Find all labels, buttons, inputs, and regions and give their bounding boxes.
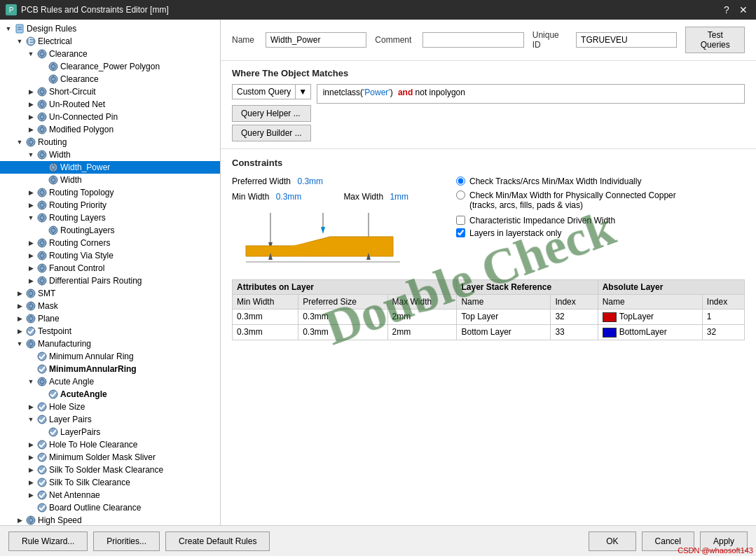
tree-item[interactable]: ▶High Speed (0, 514, 220, 525)
tree-expand-btn[interactable] (36, 225, 48, 236)
tree-item[interactable]: ▶Hole To Hole Clearance (0, 438, 220, 451)
tree-item[interactable]: ▶Minimum Solder Mask Sliver (0, 451, 220, 464)
name-input[interactable] (266, 32, 366, 48)
tree-item[interactable]: ▼Acute Angle (0, 375, 220, 388)
tree-expand-btn[interactable]: ▶ (25, 124, 36, 135)
tree-expand-btn[interactable]: ▶ (14, 300, 25, 312)
tree-item[interactable]: ▶Silk To Silk Clearance (0, 476, 220, 489)
tree-item[interactable]: ▼Layer Pairs (0, 413, 220, 426)
query-display[interactable]: innetclass('Power') and not inpolygon (317, 84, 745, 104)
tree-expand-btn[interactable]: ▶ (14, 288, 25, 299)
tree-item[interactable]: MinimumAnnularRing (0, 363, 220, 375)
table-row[interactable]: 0.3mm0.3mm2mmTop Layer32TopLayer1 (233, 310, 745, 325)
tree-item[interactable]: ▼Design Rules (0, 22, 220, 35)
tree-item[interactable]: ▶Routing Topology (0, 186, 220, 199)
tree-item[interactable]: ▶Mask (0, 300, 220, 312)
tree-item[interactable]: ▶Short-Circuit (0, 85, 220, 98)
tree-item[interactable]: Minimum Annular Ring (0, 350, 220, 363)
tree-expand-btn[interactable]: ▼ (14, 36, 25, 47)
tree-expand-btn[interactable] (36, 162, 48, 173)
radio-connected[interactable] (456, 190, 465, 200)
tree-item[interactable]: ▶Modified Polygon (0, 123, 220, 136)
tree-expand-btn[interactable] (36, 426, 48, 438)
tree-expand-btn[interactable]: ▶ (25, 439, 36, 450)
tree-item[interactable]: LayerPairs (0, 426, 220, 438)
table-row[interactable]: 0.3mm0.3mm2mmBottom Layer33BottomLayer32 (233, 324, 745, 340)
tree-expand-btn[interactable]: ▶ (25, 111, 36, 123)
tree-item[interactable]: RoutingLayers (0, 224, 220, 237)
query-type-select[interactable]: Custom Query ▼ (232, 84, 311, 99)
tree-expand-btn[interactable]: ▶ (25, 99, 36, 110)
tree-item[interactable]: ▶Un-Connected Pin (0, 111, 220, 123)
tree-item[interactable]: AcuteAngle (0, 388, 220, 401)
tree-item[interactable]: ▶Routing Corners (0, 237, 220, 249)
priorities-button[interactable]: Priorities... (93, 531, 160, 551)
tree-expand-btn[interactable]: ▶ (14, 515, 25, 525)
tree-expand-btn[interactable] (36, 74, 48, 85)
tree-item[interactable]: ▶Hole Size (0, 401, 220, 413)
tree-expand-btn[interactable]: ▼ (25, 376, 36, 387)
create-default-button[interactable]: Create Default Rules (165, 531, 270, 551)
rule-wizard-button[interactable]: Rule Wizard... (8, 531, 88, 551)
close-button[interactable]: ✕ (736, 3, 750, 17)
tree-expand-btn[interactable]: ▶ (25, 275, 36, 286)
tree-expand-btn[interactable]: ▶ (25, 250, 36, 261)
tree-expand-btn[interactable] (25, 363, 36, 375)
tree-item[interactable]: ▶SMT (0, 287, 220, 300)
tree-item[interactable]: ▶Plane (0, 312, 220, 325)
tree-expand-btn[interactable]: ▶ (25, 237, 36, 249)
help-button[interactable]: ? (720, 3, 734, 17)
tree-expand-btn[interactable] (36, 174, 48, 186)
impedance-checkbox[interactable] (456, 216, 465, 225)
tree-expand-btn[interactable]: ▶ (25, 401, 36, 412)
tree-expand-btn[interactable] (36, 389, 48, 400)
comment-input[interactable] (422, 32, 523, 48)
tree-item[interactable]: ▼Clearance (0, 48, 220, 60)
tree-item[interactable]: ▶Fanout Control (0, 262, 220, 274)
tree-item[interactable]: ▶Un-Routed Net (0, 98, 220, 111)
tree-item[interactable]: ▼Routing (0, 136, 220, 148)
tree-item[interactable]: ▼Routing Layers (0, 211, 220, 224)
tree-expand-btn[interactable]: ▶ (14, 326, 25, 337)
query-dropdown-arrow[interactable]: ▼ (295, 85, 310, 99)
tree-item[interactable]: ▶Silk To Solder Mask Clearance (0, 464, 220, 476)
tree-item[interactable]: Board Outline Clearance (0, 501, 220, 514)
tree-expand-btn[interactable]: ▶ (25, 452, 36, 463)
tree-item[interactable]: ▶Routing Via Style (0, 249, 220, 262)
tree-item[interactable]: ▶Net Antennae (0, 489, 220, 501)
test-queries-button[interactable]: Test Queries (685, 27, 745, 53)
query-builder-button[interactable]: Query Builder ... (232, 125, 311, 141)
tree-expand-btn[interactable]: ▶ (14, 313, 25, 324)
tree-expand-btn[interactable]: ▼ (3, 23, 14, 34)
tree-item[interactable]: ▶Routing Priority (0, 199, 220, 211)
tree-item[interactable]: ▶Testpoint (0, 325, 220, 338)
tree-expand-btn[interactable]: ▶ (25, 200, 36, 211)
tree-container[interactable]: ▼Design Rules▼EElectrical▼ClearanceClear… (0, 20, 220, 525)
tree-item[interactable]: Width_Power (0, 161, 220, 174)
tree-expand-btn[interactable]: ▶ (25, 489, 36, 501)
tree-expand-btn[interactable]: ▼ (25, 48, 36, 60)
tree-expand-btn[interactable]: ▼ (25, 212, 36, 223)
query-helper-button[interactable]: Query Helper ... (232, 105, 311, 122)
tree-item[interactable]: ▶Differential Pairs Routing (0, 274, 220, 287)
layerstack-checkbox[interactable] (456, 228, 465, 237)
tree-expand-btn[interactable]: ▼ (14, 137, 25, 148)
tree-expand-btn[interactable]: ▶ (25, 86, 36, 97)
tree-expand-btn[interactable] (36, 61, 48, 72)
tree-item[interactable]: Clearance (0, 73, 220, 85)
tree-expand-btn[interactable]: ▶ (25, 187, 36, 198)
tree-expand-btn[interactable]: ▼ (25, 414, 36, 425)
tree-item[interactable]: ▼Width (0, 148, 220, 161)
tree-expand-btn[interactable]: ▼ (14, 338, 25, 349)
tree-expand-btn[interactable]: ▶ (25, 263, 36, 274)
ok-button[interactable]: OK (589, 531, 635, 551)
tree-item[interactable]: ▼EElectrical (0, 35, 220, 48)
tree-expand-btn[interactable]: ▶ (25, 477, 36, 488)
tree-expand-btn[interactable]: ▶ (25, 464, 36, 475)
unique-id-input[interactable] (576, 32, 677, 48)
tree-expand-btn[interactable]: ▼ (25, 149, 36, 160)
tree-item[interactable]: Clearance_Power Polygon (0, 60, 220, 73)
tree-expand-btn[interactable] (25, 502, 36, 513)
tree-item[interactable]: Width (0, 174, 220, 186)
tree-item[interactable]: ▼Manufacturing (0, 338, 220, 350)
